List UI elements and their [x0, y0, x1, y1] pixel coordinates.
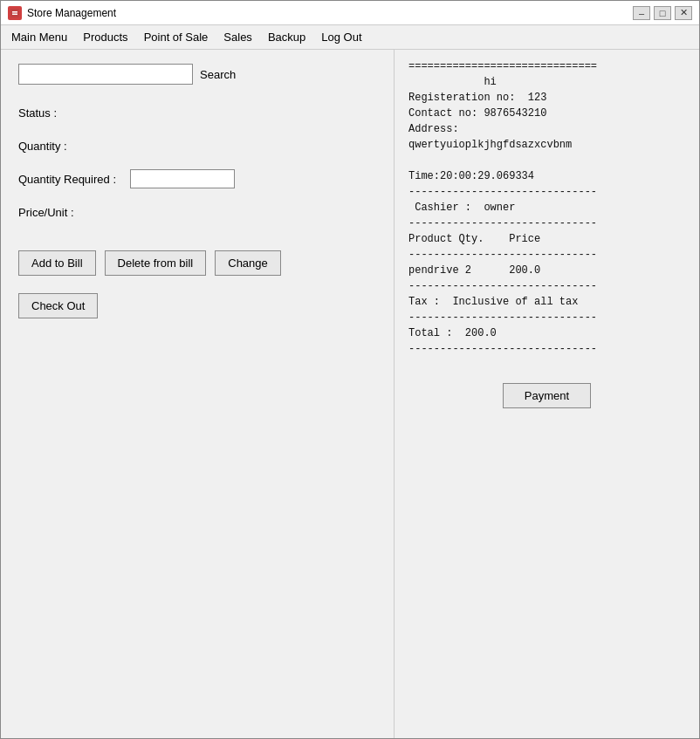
right-panel: ============================== hi Regist…: [394, 50, 699, 738]
search-input[interactable]: [18, 64, 193, 85]
menu-item-logout[interactable]: Log Out: [314, 28, 368, 46]
payment-section: Payment: [408, 383, 685, 408]
add-to-bill-button[interactable]: Add to Bill: [18, 250, 96, 276]
main-content: Search Status : Quantity : Quantity Requ…: [1, 50, 699, 738]
quantity-row: Quantity :: [18, 133, 376, 158]
close-button[interactable]: ✕: [675, 6, 692, 20]
quantity-required-input[interactable]: [130, 169, 235, 188]
search-row: Search: [18, 64, 376, 85]
minimize-button[interactable]: –: [633, 6, 650, 20]
price-unit-row: Price/Unit :: [18, 200, 376, 224]
app-icon: [8, 6, 22, 20]
checkout-row: Check Out: [18, 293, 376, 318]
svg-rect-2: [12, 13, 17, 15]
price-unit-label: Price/Unit :: [18, 206, 123, 219]
maximize-button[interactable]: □: [654, 6, 671, 20]
menu-item-backup[interactable]: Backup: [261, 28, 312, 46]
title-bar: Store Management – □ ✕: [1, 1, 699, 25]
title-bar-controls: – □ ✕: [633, 6, 692, 20]
left-panel: Search Status : Quantity : Quantity Requ…: [1, 50, 394, 738]
title-bar-left: Store Management: [8, 6, 116, 20]
menu-bar: Main Menu Products Point of Sale Sales B…: [1, 25, 699, 50]
payment-button[interactable]: Payment: [503, 383, 591, 408]
checkout-button[interactable]: Check Out: [18, 293, 98, 318]
search-label: Search: [200, 68, 236, 81]
delete-from-bill-button[interactable]: Delete from bill: [105, 250, 207, 276]
status-row: Status :: [18, 100, 376, 125]
action-buttons-row: Add to Bill Delete from bill Change: [18, 250, 376, 276]
quantity-label: Quantity :: [18, 140, 123, 153]
change-button[interactable]: Change: [215, 250, 281, 276]
status-label: Status :: [18, 106, 123, 120]
menu-item-products[interactable]: Products: [76, 28, 134, 46]
menu-item-sales[interactable]: Sales: [216, 28, 259, 46]
main-window: Store Management – □ ✕ Main Menu Product…: [0, 0, 700, 739]
svg-rect-0: [10, 9, 19, 17]
quantity-required-label: Quantity Required :: [18, 173, 123, 186]
window-title: Store Management: [27, 7, 116, 19]
menu-item-main[interactable]: Main Menu: [4, 28, 74, 46]
svg-rect-1: [12, 11, 17, 13]
quantity-required-row: Quantity Required :: [18, 167, 376, 191]
receipt-display: ============================== hi Regist…: [408, 58, 685, 357]
menu-item-pos[interactable]: Point of Sale: [137, 28, 216, 46]
